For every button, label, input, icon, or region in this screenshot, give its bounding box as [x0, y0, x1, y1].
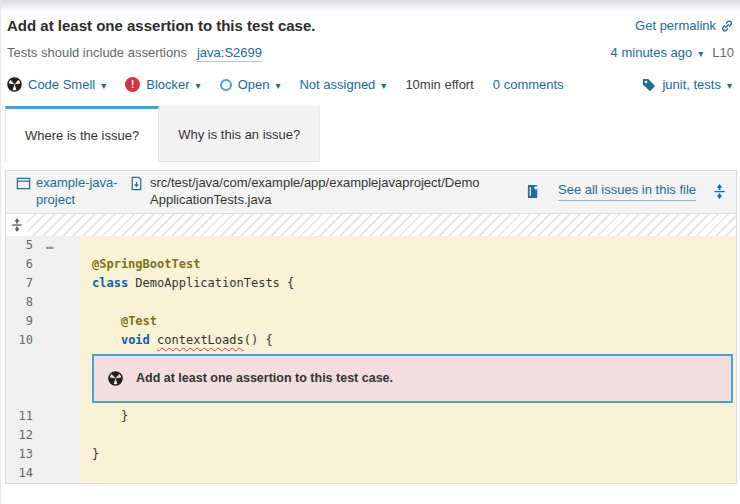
- blocker-severity-icon: !: [125, 77, 140, 92]
- issue-message: Add at least one assertion to this test …: [136, 369, 393, 388]
- see-all-issues-link[interactable]: See all issues in this file: [558, 182, 696, 201]
- project-link[interactable]: example-java-project: [16, 175, 118, 209]
- line-number[interactable]: 10: [6, 331, 40, 350]
- code-smell-icon: [7, 77, 22, 92]
- rule-title: Tests should include assertions: [7, 45, 187, 60]
- code-viewer: 5…6@SpringBootTest7class DemoApplication…: [6, 236, 736, 483]
- code-cell: Add at least one assertion to this test …: [80, 350, 736, 407]
- line-number[interactable]: 13: [6, 445, 40, 464]
- line-number[interactable]: 14: [6, 464, 40, 483]
- gutter-cell: [40, 331, 80, 350]
- code-cell: @Test: [80, 312, 736, 331]
- issue-tabs: Where is the issue? Why is this an issue…: [5, 106, 740, 162]
- line-number[interactable]: 11: [6, 407, 40, 426]
- code-token: void: [121, 333, 150, 347]
- comments-link[interactable]: 0 comments: [493, 77, 564, 92]
- code-token: }: [92, 409, 128, 423]
- gutter-cell: [40, 426, 80, 445]
- file-plus-icon: [526, 184, 541, 199]
- code-cell: }: [80, 445, 736, 464]
- line-number[interactable]: 6: [6, 255, 40, 274]
- gutter-cell: …: [40, 236, 80, 255]
- code-token: contextLoads: [157, 333, 244, 347]
- tab-where-is-the-issue[interactable]: Where is the issue?: [5, 106, 159, 162]
- line-number[interactable]: 9: [6, 312, 40, 331]
- issue-age-label: 4 minutes ago: [611, 45, 693, 60]
- code-line-row: 5…: [6, 236, 736, 255]
- issue-type-dropdown[interactable]: Code Smell: [7, 77, 106, 92]
- rule-key-link[interactable]: java:S2699: [197, 45, 262, 62]
- code-token: @Test: [121, 314, 157, 328]
- effort-label: 10min effort: [405, 77, 473, 92]
- code-cell: class DemoApplicationTests {: [80, 274, 736, 293]
- line-number[interactable]: 7: [6, 274, 40, 293]
- tags-label: junit, tests: [662, 77, 721, 92]
- code-line-row: 11 }: [6, 407, 736, 426]
- unfold-icon: [11, 218, 23, 232]
- rule-info: Tests should include assertionsjava:S269…: [7, 45, 262, 60]
- code-line-row: 12: [6, 426, 736, 445]
- issue-type-label: Code Smell: [28, 77, 95, 92]
- line-number[interactable]: 5: [6, 236, 40, 255]
- assignee-dropdown[interactable]: Not assigned: [299, 77, 386, 92]
- status-dropdown[interactable]: Open: [220, 77, 281, 92]
- tab-label: Why is this an issue?: [178, 127, 300, 142]
- code-line-row: 9 @Test: [6, 312, 736, 331]
- chevron-down-icon: [196, 77, 201, 92]
- issue-meta-row: Code Smell ! Blocker Open Not assigned 1…: [7, 77, 734, 92]
- issue-age-area: 4 minutes ago L10: [611, 45, 734, 60]
- code-token: class: [92, 276, 128, 290]
- issue-message-box[interactable]: Add at least one assertion to this test …: [92, 354, 733, 403]
- code-token: [92, 333, 121, 347]
- line-number[interactable]: 8: [6, 293, 40, 312]
- tags-dropdown[interactable]: junit, tests: [642, 77, 732, 92]
- line-number[interactable]: 12: [6, 426, 40, 445]
- line-reference: L10: [712, 45, 734, 60]
- severity-dropdown[interactable]: ! Blocker: [125, 77, 200, 92]
- chevron-down-icon: [381, 77, 386, 92]
- code-table-body: 5…6@SpringBootTest7class DemoApplication…: [6, 236, 736, 483]
- assignee-label: Not assigned: [299, 77, 375, 92]
- code-line-row: 14: [6, 464, 736, 483]
- file-header-actions: See all issues in this file: [526, 182, 726, 201]
- status-label: Open: [238, 77, 270, 92]
- gutter-cell: [40, 407, 80, 426]
- tab-why-is-this-an-issue[interactable]: Why is this an issue?: [159, 106, 320, 162]
- code-cell: [80, 293, 736, 312]
- expand-lines-row: [6, 214, 736, 236]
- code-token: [92, 314, 121, 328]
- issue-row: Add at least one assertion to this test …: [6, 350, 736, 407]
- open-status-icon: [220, 79, 232, 91]
- code-token: () {: [244, 333, 273, 347]
- expand-file-button[interactable]: [713, 184, 726, 199]
- file-header: example-java-project src/test/java/com/e…: [6, 171, 736, 214]
- title-row: Add at least one assertion to this test …: [7, 17, 734, 34]
- code-cell: @SpringBootTest: [80, 255, 736, 274]
- code-line-row: 10 void contextLoads() {: [6, 331, 736, 350]
- get-permalink-link[interactable]: Get permalink: [635, 18, 734, 33]
- code-line-row: 13}: [6, 445, 736, 464]
- issue-title: Add at least one assertion to this test …: [7, 17, 315, 34]
- copy-file-path-button[interactable]: [526, 184, 541, 199]
- line-number[interactable]: [6, 350, 40, 407]
- gutter-cell: [40, 293, 80, 312]
- code-token: @SpringBootTest: [92, 257, 200, 271]
- issue-age-dropdown[interactable]: 4 minutes ago: [611, 45, 704, 60]
- permalink-label: Get permalink: [635, 18, 716, 33]
- subtitle-row: Tests should include assertionsjava:S269…: [7, 45, 734, 60]
- code-cell: void contextLoads() {: [80, 331, 736, 350]
- tab-label: Where is the issue?: [25, 128, 139, 143]
- tag-icon: [642, 78, 656, 92]
- project-icon: [16, 176, 31, 191]
- expand-lines-button[interactable]: [6, 214, 27, 236]
- unfold-icon: [713, 184, 726, 199]
- chevron-down-icon: [698, 45, 703, 60]
- code-line-row: 7class DemoApplicationTests {: [6, 274, 736, 293]
- code-snippet-panel: example-java-project src/test/java/com/e…: [5, 170, 737, 484]
- code-token: }: [92, 447, 99, 461]
- code-token: DemoApplicationTests {: [128, 276, 294, 290]
- gutter-cell: [40, 255, 80, 274]
- code-cell: }: [80, 407, 736, 426]
- top-shadow: [1, 0, 740, 12]
- severity-label: Blocker: [146, 77, 189, 92]
